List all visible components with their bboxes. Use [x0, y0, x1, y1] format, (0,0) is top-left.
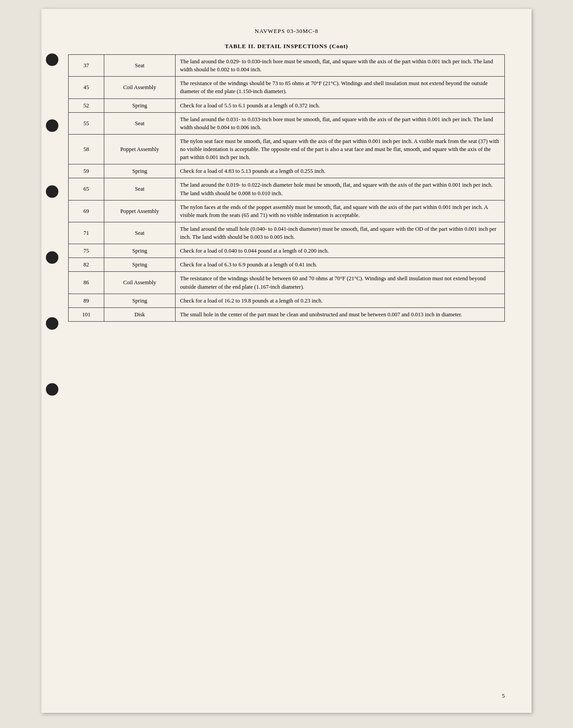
table-row: 59SpringCheck for a load of 4.83 to 5.13… [69, 164, 505, 178]
row-description: The nylon seat face must be smooth, flat… [176, 134, 505, 164]
document-id: NAVWEPS 03-30MC-8 [255, 28, 319, 34]
row-part-name: Coil Assembly [104, 77, 176, 98]
row-part-name: Spring [104, 258, 176, 272]
table-row: 89SpringCheck for a load of 16.2 to 19.8… [69, 294, 505, 307]
row-part-name: Spring [104, 98, 176, 112]
punch-hole-4 [46, 251, 58, 264]
punch-holes [46, 53, 58, 396]
row-number: 45 [69, 77, 104, 98]
table-row: 52SpringCheck for a load of 5.5 to 6.1 p… [69, 98, 505, 112]
row-description: The nylon faces at the ends of the poppe… [176, 200, 505, 222]
row-number: 59 [69, 164, 104, 178]
table-row: 75SpringCheck for a load of 0.040 to 0.0… [69, 244, 505, 258]
row-part-name: Seat [104, 222, 176, 244]
punch-hole-3 [46, 185, 58, 198]
row-description: The land around the 0.019- to 0.022-inch… [176, 178, 505, 200]
row-number: 65 [69, 178, 104, 200]
row-number: 86 [69, 272, 104, 294]
punch-hole-6 [46, 383, 58, 396]
row-number: 37 [69, 55, 104, 77]
row-description: Check for a load of 4.83 to 5.13 pounds … [176, 164, 505, 178]
table-row: 82SpringCheck for a load of 6.3 to 6.9 p… [69, 258, 505, 272]
row-number: 55 [69, 112, 104, 134]
row-part-name: Seat [104, 178, 176, 200]
table-row: 45Coil AssemblyThe resistance of the win… [69, 77, 505, 98]
row-part-name: Poppet Assembly [104, 200, 176, 222]
row-part-name: Spring [104, 164, 176, 178]
row-description: Check for a load of 6.3 to 6.9 pounds at… [176, 258, 505, 272]
row-number: 75 [69, 244, 104, 258]
punch-hole-2 [46, 119, 58, 132]
row-description: The small hole in the center of the part… [176, 307, 505, 321]
row-number: 69 [69, 200, 104, 222]
row-description: The resistance of the windings should be… [176, 272, 505, 294]
table-title: TABLE II. DETAIL INSPECTIONS (Cont) [68, 43, 505, 50]
table-row: 86Coil AssemblyThe resistance of the win… [69, 272, 505, 294]
row-number: 101 [69, 307, 104, 321]
row-description: The land around the 0.031- to 0.033-inch… [176, 112, 505, 134]
row-number: 52 [69, 98, 104, 112]
row-number: 82 [69, 258, 104, 272]
row-part-name: Seat [104, 112, 176, 134]
table-row: 101DiskThe small hole in the center of t… [69, 307, 505, 321]
row-number: 58 [69, 134, 104, 164]
row-description: Check for a load of 16.2 to 19.8 pounds … [176, 294, 505, 307]
row-description: The land around the small hole (0.040- t… [176, 222, 505, 244]
page-header: NAVWEPS 03-30MC-8 [68, 27, 505, 35]
row-part-name: Seat [104, 55, 176, 77]
table-row: 65SeatThe land around the 0.019- to 0.02… [69, 178, 505, 200]
row-description: Check for a load of 5.5 to 6.1 pounds at… [176, 98, 505, 112]
row-description: Check for a load of 0.040 to 0.044 pound… [176, 244, 505, 258]
row-number: 71 [69, 222, 104, 244]
table-row: 69Poppet AssemblyThe nylon faces at the … [69, 200, 505, 222]
row-description: The land around the 0.029- to 0.030-inch… [176, 55, 505, 77]
punch-hole-5 [46, 317, 58, 330]
detail-inspections-table: 37SeatThe land around the 0.029- to 0.03… [68, 54, 505, 322]
table-row: 55SeatThe land around the 0.031- to 0.03… [69, 112, 505, 134]
page: NAVWEPS 03-30MC-8 TABLE II. DETAIL INSPE… [41, 9, 532, 713]
table-row: 71SeatThe land around the small hole (0.… [69, 222, 505, 244]
row-number: 89 [69, 294, 104, 307]
row-part-name: Disk [104, 307, 176, 321]
row-part-name: Coil Assembly [104, 272, 176, 294]
table-row: 37SeatThe land around the 0.029- to 0.03… [69, 55, 505, 77]
row-part-name: Spring [104, 244, 176, 258]
punch-hole-1 [46, 53, 58, 66]
page-number: 5 [502, 692, 505, 699]
row-part-name: Poppet Assembly [104, 134, 176, 164]
table-row: 58Poppet AssemblyThe nylon seat face mus… [69, 134, 505, 164]
row-part-name: Spring [104, 294, 176, 307]
row-description: The resistance of the windings should be… [176, 77, 505, 98]
